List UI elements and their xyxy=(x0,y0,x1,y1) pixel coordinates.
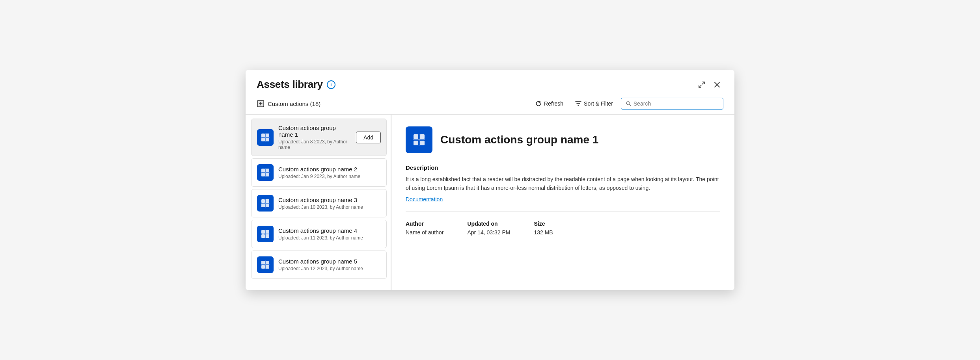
modal-title-area: Assets library i xyxy=(257,78,335,91)
list-item-name: Custom actions group name 2 xyxy=(278,166,381,173)
detail-description-text: It is a long established fact that a rea… xyxy=(406,175,720,193)
svg-rect-21 xyxy=(266,234,269,238)
svg-rect-12 xyxy=(261,173,265,176)
svg-rect-29 xyxy=(414,141,418,145)
svg-rect-14 xyxy=(261,199,265,203)
list-item[interactable]: Custom actions group name 1 Uploaded: Ja… xyxy=(251,119,387,156)
meta-size: Size 132 MB xyxy=(534,221,553,236)
list-item-name: Custom actions group name 5 xyxy=(278,258,381,265)
sort-filter-label: Sort & Filter xyxy=(584,100,613,107)
svg-rect-15 xyxy=(266,199,269,203)
author-value: Name of author xyxy=(406,229,444,236)
custom-actions-icon xyxy=(261,199,270,208)
expand-button[interactable] xyxy=(695,79,708,91)
sort-filter-button[interactable]: Sort & Filter xyxy=(571,98,617,109)
list-item[interactable]: Custom actions group name 4 Uploaded: Ja… xyxy=(251,220,387,248)
list-item-text: Custom actions group name 4 Uploaded: Ja… xyxy=(278,227,381,241)
svg-rect-8 xyxy=(261,138,265,141)
main-content: Custom actions group name 1 Uploaded: Ja… xyxy=(246,115,734,290)
modal-controls xyxy=(695,79,723,91)
list-panel: Custom actions group name 1 Uploaded: Ja… xyxy=(246,115,391,290)
info-icon[interactable]: i xyxy=(327,80,335,89)
size-label: Size xyxy=(534,221,553,227)
svg-rect-27 xyxy=(414,134,418,139)
svg-rect-20 xyxy=(261,234,265,238)
list-item-sub: Uploaded: Jan 8 2023, by Author name xyxy=(278,139,351,150)
svg-rect-4 xyxy=(261,104,263,106)
refresh-label: Refresh xyxy=(544,100,563,107)
detail-header: Custom actions group name 1 xyxy=(406,126,720,153)
list-item-text: Custom actions group name 3 Uploaded: Ja… xyxy=(278,197,381,210)
author-label: Author xyxy=(406,221,444,227)
search-input[interactable] xyxy=(633,100,718,107)
svg-rect-1 xyxy=(259,102,260,103)
list-item-icon xyxy=(257,164,274,181)
svg-rect-10 xyxy=(261,169,265,172)
size-value: 132 MB xyxy=(534,229,553,236)
svg-rect-13 xyxy=(266,173,269,176)
refresh-button[interactable]: Refresh xyxy=(531,98,567,109)
svg-rect-3 xyxy=(259,104,260,106)
assets-library-modal: Assets library i xyxy=(246,70,734,290)
refresh-icon xyxy=(535,100,542,107)
documentation-link[interactable]: Documentation xyxy=(406,196,443,202)
list-item[interactable]: Custom actions group name 5 Uploaded: Ja… xyxy=(251,251,387,279)
detail-divider xyxy=(406,212,720,212)
expand-icon xyxy=(698,81,705,88)
close-button[interactable] xyxy=(711,79,723,90)
custom-actions-section-icon xyxy=(257,100,265,108)
svg-rect-2 xyxy=(261,102,263,103)
svg-rect-18 xyxy=(261,230,265,234)
filter-icon xyxy=(575,100,581,107)
toolbar-right: Refresh Sort & Filter xyxy=(531,98,723,109)
list-item-sub: Uploaded: Jan 11 2023, by Author name xyxy=(278,235,381,241)
list-item-icon xyxy=(257,195,274,212)
list-item-name: Custom actions group name 1 xyxy=(278,124,351,138)
list-item[interactable]: Custom actions group name 2 Uploaded: Ja… xyxy=(251,158,387,187)
custom-actions-icon xyxy=(261,260,270,269)
detail-asset-icon xyxy=(412,132,427,147)
detail-title: Custom actions group name 1 xyxy=(440,134,598,146)
updated-value: Apr 14, 03:32 PM xyxy=(468,229,510,236)
updated-label: Updated on xyxy=(468,221,510,227)
list-item-icon xyxy=(257,226,274,242)
svg-rect-24 xyxy=(261,265,265,269)
svg-rect-9 xyxy=(266,138,269,141)
custom-actions-icon xyxy=(261,133,270,142)
detail-meta: Author Name of author Updated on Apr 14,… xyxy=(406,221,720,236)
detail-panel: Custom actions group name 1 Description … xyxy=(391,115,734,290)
svg-rect-22 xyxy=(261,261,265,264)
section-label: Custom actions (18) xyxy=(257,100,320,108)
list-item-sub: Uploaded: Jan 12 2023, by Author name xyxy=(278,266,381,271)
list-item-text: Custom actions group name 1 Uploaded: Ja… xyxy=(278,124,351,150)
close-icon xyxy=(714,82,720,88)
list-item-sub: Uploaded: Jan 10 2023, by Author name xyxy=(278,204,381,210)
detail-icon xyxy=(406,126,432,153)
custom-actions-icon xyxy=(261,168,270,177)
list-item-sub: Uploaded: Jan 9 2023, by Author name xyxy=(278,174,381,179)
svg-rect-7 xyxy=(266,134,269,137)
list-item-name: Custom actions group name 4 xyxy=(278,227,381,234)
list-item-icon xyxy=(257,256,274,273)
list-item-text: Custom actions group name 2 Uploaded: Ja… xyxy=(278,166,381,179)
meta-updated: Updated on Apr 14, 03:32 PM xyxy=(468,221,510,236)
svg-rect-6 xyxy=(261,134,265,137)
section-title: Custom actions (18) xyxy=(268,100,320,107)
list-item-name: Custom actions group name 3 xyxy=(278,197,381,203)
svg-point-5 xyxy=(626,102,630,105)
add-button[interactable]: Add xyxy=(356,132,381,143)
list-item-text: Custom actions group name 5 Uploaded: Ja… xyxy=(278,258,381,271)
svg-rect-23 xyxy=(266,261,269,264)
svg-rect-30 xyxy=(420,141,425,145)
search-icon xyxy=(626,101,631,106)
description-label: Description xyxy=(406,164,720,171)
list-item[interactable]: Custom actions group name 3 Uploaded: Ja… xyxy=(251,189,387,217)
svg-rect-28 xyxy=(420,134,425,139)
modal-header: Assets library i xyxy=(246,70,734,95)
svg-rect-25 xyxy=(266,265,269,269)
list-item-icon xyxy=(257,129,274,146)
meta-author: Author Name of author xyxy=(406,221,444,236)
custom-actions-icon xyxy=(261,229,270,239)
modal-title: Assets library xyxy=(257,78,323,91)
svg-rect-16 xyxy=(261,204,265,207)
